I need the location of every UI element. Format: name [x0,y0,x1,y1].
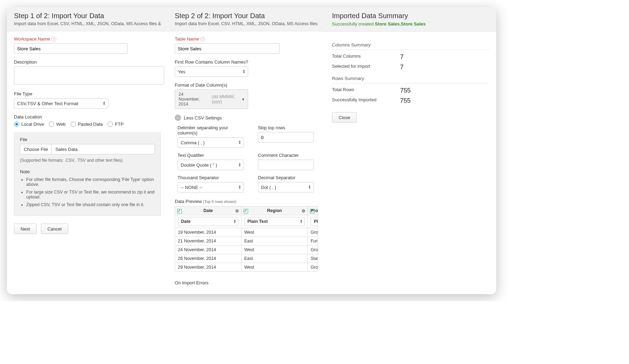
thousand-value: -- NONE -- [181,185,202,190]
cell: 26 November, 2014 [175,254,241,263]
note-list: For other file formats, Choose the corre… [20,177,155,207]
workspace-name-label: Workspace Name ? [14,36,161,42]
checkbox-checked-icon[interactable] [244,209,248,213]
cols-section-title: Columns Summary [332,42,489,50]
table-row: 21 November, 2014 East Furniture [175,237,318,246]
col-header-region[interactable]: Region ⚙ [241,206,308,215]
skiptop-input[interactable] [258,132,314,143]
less-csv-toggle[interactable]: − Less CSV Settings [175,115,318,121]
note-item: For large size CSV or TSV or Text file, … [26,190,155,199]
location-ftp[interactable]: FTP [108,122,124,127]
col-type-date-value: Date [181,219,190,224]
tablename-label-text: Table Name [175,36,199,42]
total-cols-value: 7 [400,53,404,61]
chevron-updown-icon [233,219,236,224]
table-row: 29 November, 2014 West Grocery [175,263,318,272]
file-format-hint: (Supported file formats: .CSV, .TSV and … [20,158,155,163]
step2-subtitle: Import data from Excel, CSV, HTML, XML, … [175,21,318,26]
note-item: Zipped CSV, TSV or Text file should cont… [26,202,155,207]
checkbox-checked-icon[interactable] [177,209,182,213]
tablename-label: Table Name ? [175,36,318,42]
step1-subtitle: Import data from Excel, CSV, HTML, XML, … [14,21,161,26]
chevron-down-icon: ▼ [239,97,248,101]
firstrow-label: First Row Contains Column Names? [175,59,318,65]
dateformat-format: (dd MMMM, yyyy) [208,92,239,106]
filetype-label: File Type [14,91,161,96]
col-type-date-select[interactable]: Date [178,217,238,226]
success-message: Successfully created Store Sales.Store S… [332,21,489,27]
location-ftp-label: FTP [115,122,124,127]
cell: Stationery [308,254,318,263]
total-cols-label: Total Columns [332,53,400,61]
help-icon[interactable]: ? [51,37,56,42]
workspace-name-input[interactable] [14,43,128,54]
location-pasted-data[interactable]: Pasted Data [71,122,103,127]
firstrow-select[interactable]: Yes [175,66,248,77]
cell: 19 November, 2014 [175,228,241,237]
dateformat-sample: 24 November, 2014 [175,90,208,109]
next-button[interactable]: Next [14,224,37,234]
cell: 21 November, 2014 [175,237,241,246]
skiptop-label: Skip top rows [258,125,318,130]
thousand-select[interactable]: -- NONE -- [178,182,244,192]
cancel-button[interactable]: Cancel [41,224,68,234]
sel-cols-label: Selected for import [332,64,400,71]
step1-header: Step 1 of 2: Import Your Data Import dat… [7,7,168,31]
delimiter-select[interactable]: Comma ( , ) [178,137,244,148]
chosen-file-name: Sales Data [52,147,81,152]
dateformat-select[interactable]: 24 November, 2014 (dd MMMM, yyyy) ▼ [175,89,248,109]
comment-input[interactable] [258,160,314,170]
filetype-value: CSV,TSV & Other Text Format [17,101,78,106]
gear-icon[interactable]: ⚙ [235,209,239,213]
gear-icon[interactable]: ⚙ [302,209,305,213]
cell: West [241,263,308,272]
checkbox-checked-icon[interactable] [310,209,314,213]
note-item: For other file formats, Choose the corre… [26,177,155,187]
close-button[interactable]: Close [332,112,357,123]
step1-panel: Step 1 of 2: Import Your Data Import dat… [7,7,168,294]
col-type-product-select[interactable]: Plain Text [311,217,318,226]
table-row: 24 November, 2014 West Grocery [175,246,318,254]
decimal-label: Decimal Separator [258,175,318,180]
file-chooser[interactable]: Choose File Sales Data [20,144,155,154]
location-web[interactable]: Web [49,122,66,127]
tablename-input[interactable] [175,43,280,54]
col-type-product-value: Plain Text [314,219,318,224]
table-row: 19 November, 2014 West Grocery [175,228,318,237]
step2-title: Step 2 of 2: Import Your Data [175,12,318,20]
step1-title: Step 1 of 2: Import Your Data [14,12,161,20]
data-preview-table: Date ⚙ Region ⚙ Produ [175,206,318,272]
cell: Furniture [308,237,318,246]
delimiter-label: Delimiter separating your column(s) [178,125,244,136]
import-wizard-frame: Step 1 of 2: Import Your Data Import dat… [7,7,496,294]
description-input[interactable] [14,66,164,85]
radio-icon [49,122,54,127]
file-label: File [20,137,155,142]
step2-header: Step 2 of 2: Import Your Data Import dat… [168,7,325,31]
col-type-region-select[interactable]: Plain Text [244,217,305,226]
choose-file-button[interactable]: Choose File [20,144,52,154]
total-rows-label: Total Rows [332,87,400,94]
location-local-drive[interactable]: Local Drive [14,122,44,127]
preview-hint: (Top 5 rows shown) [203,199,236,204]
comment-label: Comment Character [258,153,318,158]
col-header-date[interactable]: Date ⚙ [175,206,241,215]
cell: 24 November, 2014 [175,246,241,254]
total-rows-value: 755 [400,87,411,94]
col-header-region-text: Region [267,208,282,213]
col-header-date-text: Date [203,208,213,213]
radio-icon [71,122,76,127]
description-label: Description [14,59,161,65]
cell: West [241,228,308,237]
filetype-select[interactable]: CSV,TSV & Other Text Format [14,98,108,109]
col-header-product[interactable]: Produ [308,206,318,215]
chevron-updown-icon [300,219,303,224]
cell: Grocery [308,263,318,272]
preview-label-text: Data Preview [175,199,202,204]
help-icon[interactable]: ? [200,37,205,42]
decimal-select[interactable]: Dot ( . ) [258,182,314,192]
sel-cols-value: 7 [400,64,404,71]
qualifier-select[interactable]: Double Quote ( " ) [178,160,244,170]
qualifier-label: Text Qualifier [178,153,244,158]
rows-section-title: Rows Summary [332,76,489,83]
